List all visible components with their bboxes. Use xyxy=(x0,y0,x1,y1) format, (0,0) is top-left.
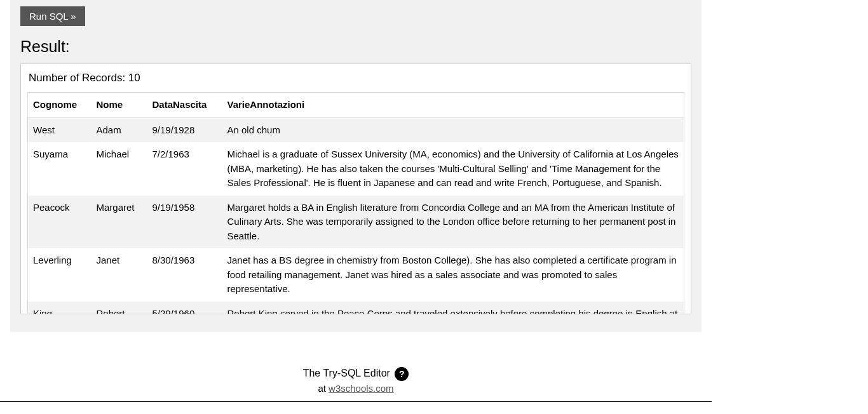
table-cell: Robert xyxy=(92,302,147,315)
table-cell: 7/2/1963 xyxy=(147,142,222,196)
footer-rule xyxy=(0,401,712,402)
table-cell: King xyxy=(28,302,92,315)
run-sql-button[interactable]: Run SQL » xyxy=(20,6,85,26)
help-icon[interactable]: ? xyxy=(395,367,409,381)
table-cell: 9/19/1958 xyxy=(147,196,222,249)
table-cell: An old chum xyxy=(222,117,684,142)
footer-at: at xyxy=(318,383,329,394)
record-count: Number of Records: 10 xyxy=(29,72,684,84)
table-cell: 5/29/1960 xyxy=(147,302,222,315)
table-cell: Margaret xyxy=(92,196,147,249)
table-row: WestAdam9/19/1928An old chum xyxy=(28,117,684,142)
table-cell: Peacock xyxy=(28,196,92,249)
result-box[interactable]: Number of Records: 10 Cognome Nome DataN… xyxy=(20,63,691,314)
table-header-row: Cognome Nome DataNascita VarieAnnotazion… xyxy=(28,93,684,118)
footer: The Try-SQL Editor ? at w3schools.com xyxy=(0,367,712,394)
table-cell: Suyama xyxy=(28,142,92,196)
table-cell: Janet has a BS degree in chemistry from … xyxy=(222,248,684,302)
sql-pane: Run SQL » Result: Number of Records: 10 … xyxy=(10,0,702,332)
table-row: PeacockMargaret9/19/1958Margaret holds a… xyxy=(28,196,684,249)
footer-link[interactable]: w3schools.com xyxy=(329,383,394,394)
table-row: LeverlingJanet8/30/1963Janet has a BS de… xyxy=(28,248,684,302)
result-heading: Result: xyxy=(20,37,691,56)
table-cell: Janet xyxy=(92,248,147,302)
table-row: KingRobert5/29/1960Robert King served in… xyxy=(28,302,684,315)
table-cell: 9/19/1928 xyxy=(147,117,222,142)
table-cell: Michael xyxy=(92,142,147,196)
table-cell: Robert King served in the Peace Corps an… xyxy=(222,302,684,315)
table-cell: Margaret holds a BA in English literatur… xyxy=(222,196,684,249)
table-cell: Michael is a graduate of Sussex Universi… xyxy=(222,142,684,196)
table-cell: West xyxy=(28,117,92,142)
col-header: DataNascita xyxy=(147,93,222,118)
col-header: Nome xyxy=(92,93,147,118)
table-cell: Leverling xyxy=(28,248,92,302)
table-cell: 8/30/1963 xyxy=(147,248,222,302)
table-cell: Adam xyxy=(92,117,147,142)
col-header: Cognome xyxy=(28,93,92,118)
table-row: SuyamaMichael7/2/1963Michael is a gradua… xyxy=(28,142,684,196)
footer-title: The Try-SQL Editor xyxy=(303,368,390,378)
results-table: Cognome Nome DataNascita VarieAnnotazion… xyxy=(27,92,684,314)
col-header: VarieAnnotazioni xyxy=(222,93,684,118)
